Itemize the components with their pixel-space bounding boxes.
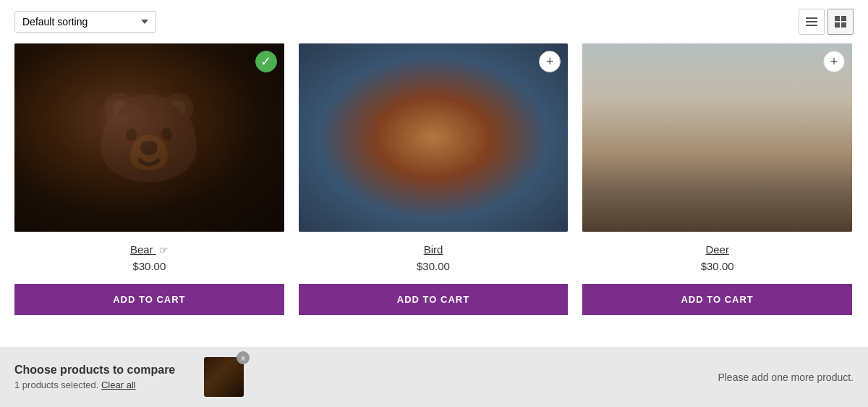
cursor-indicator: ☞ (159, 244, 169, 256)
view-toggles (799, 9, 854, 35)
svg-rect-1 (806, 21, 817, 22)
svg-rect-0 (806, 17, 817, 19)
product-title-deer[interactable]: Deer (582, 243, 852, 256)
add-to-cart-bear[interactable]: ADD TO CART (14, 284, 284, 315)
product-price-bear: $30.00 (14, 260, 284, 272)
grid-view-button[interactable] (827, 9, 854, 35)
product-price-deer: $30.00 (582, 260, 852, 272)
products-grid: ✓ Bear ☞ $30.00 ADD TO CART + Bird $30.0… (0, 43, 868, 315)
list-icon (806, 16, 817, 28)
add-to-cart-bird[interactable]: ADD TO CART (299, 284, 569, 315)
grid-icon (835, 16, 846, 28)
sort-select[interactable]: Default sortingSort by popularitySort by… (14, 11, 156, 33)
product-card-bear: ✓ Bear ☞ $30.00 ADD TO CART (14, 43, 284, 315)
product-title-bird[interactable]: Bird (299, 243, 569, 256)
bird-image (299, 43, 569, 232)
product-card-bird: + Bird $30.00 ADD TO CART (299, 43, 569, 315)
list-view-button[interactable] (799, 9, 825, 35)
product-title-bear[interactable]: Bear ☞ (14, 243, 284, 256)
bear-image (14, 43, 284, 232)
svg-rect-5 (835, 22, 840, 28)
compare-badge-bear[interactable]: ✓ (255, 51, 277, 72)
product-image-wrapper-bird: + (299, 43, 569, 232)
toolbar: Default sortingSort by popularitySort by… (0, 0, 868, 43)
add-to-cart-deer[interactable]: ADD TO CART (582, 284, 852, 315)
svg-rect-6 (841, 22, 846, 28)
deer-image (582, 43, 852, 232)
compare-badge-deer[interactable]: + (823, 51, 845, 72)
product-image-wrapper-deer: + (582, 43, 852, 232)
product-image-wrapper-bear: ✓ (14, 43, 284, 232)
svg-rect-2 (806, 25, 817, 26)
svg-rect-4 (841, 16, 846, 21)
product-price-bird: $30.00 (299, 260, 569, 272)
svg-rect-3 (835, 16, 840, 21)
product-card-deer: + Deer $30.00 ADD TO CART (582, 43, 852, 315)
